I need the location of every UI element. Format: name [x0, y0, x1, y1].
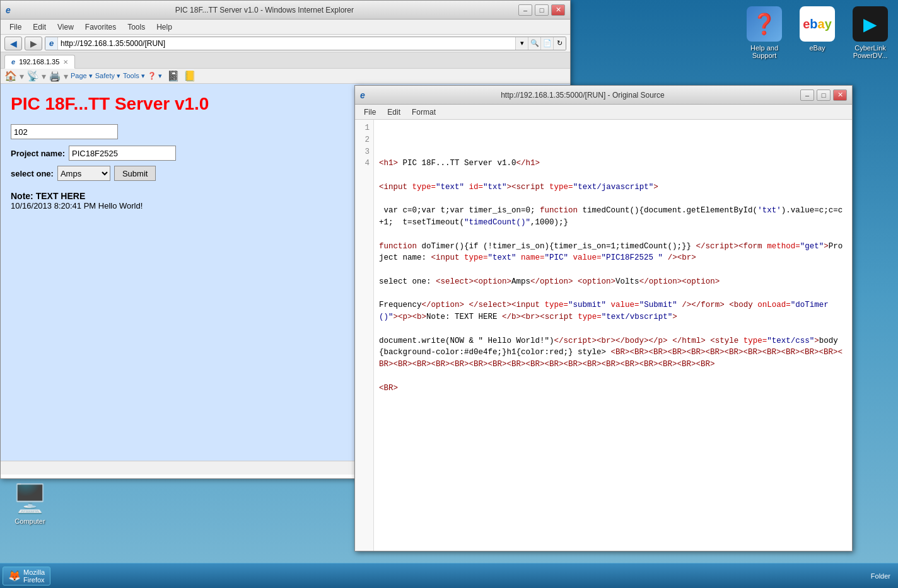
search-dropdown-btn[interactable]: ▾ [515, 37, 528, 50]
code-l4-selecttag: <select> [436, 277, 474, 286]
browser-menu-favorites[interactable]: Favorites [80, 21, 121, 33]
print-dropdown-icon[interactable]: ▾ [64, 71, 68, 81]
code-l4-sp4 [668, 337, 673, 345]
project-label: Project name: [11, 149, 65, 158]
forward-button[interactable]: ▶ [25, 37, 42, 50]
code-l4-methodval: "get" [800, 242, 824, 251]
address-input[interactable] [58, 37, 515, 50]
select-dropdown[interactable]: Amps Volts Frequency [57, 166, 110, 181]
code-line-3-input: <input [379, 183, 412, 192]
code-l4-stytype: type= [743, 337, 767, 345]
browser-toolbar: ◀ ▶ e ▾ 🔍 📄 ↻ [1, 35, 570, 52]
code-l3-sclose: > [653, 183, 658, 192]
help-icon-label: Help andSupport [750, 44, 778, 59]
source-code[interactable]: <h1> PIC 18F...TT Server v1.0</h1> <inpu… [374, 120, 852, 551]
browser-minimize-btn[interactable]: – [518, 4, 532, 16]
source-title: http://192.168.1.35:5000/[RUN] - Origina… [368, 91, 798, 100]
source-menubar: File Edit Format [355, 105, 852, 120]
source-menu-edit[interactable]: Edit [382, 107, 405, 118]
help-support-icon[interactable]: ❓ Help andSupport [739, 3, 790, 59]
code-l4-vbtype: type= [578, 313, 602, 321]
code-l4-subend: /> [677, 301, 692, 309]
code-l3-id: id= [464, 183, 483, 192]
search-icon-btn[interactable]: 🔍 [528, 37, 540, 50]
code-l4-var: var c=0;var t;var timer_is_on=0; [379, 206, 540, 215]
fav-tools[interactable]: Tools ▾ [123, 72, 145, 80]
code-l4-docwrite: document.write(NOW & " Hello World!") [379, 337, 554, 345]
browser-menu-file[interactable]: File [4, 21, 26, 33]
source-menu-file[interactable]: File [359, 107, 381, 118]
taskbar: 🦊 MozillaFirefox Folder [0, 563, 898, 588]
home-icon[interactable]: 🏠 [4, 70, 17, 82]
project-input[interactable] [69, 146, 176, 161]
source-close-btn[interactable]: ✕ [833, 89, 847, 101]
code-l4-sp2 [464, 301, 469, 309]
code-l4-subtypeval: "submit" [568, 301, 606, 309]
fav-dropdown-icon[interactable]: ▾ [20, 71, 24, 81]
fav-safety[interactable]: Safety ▾ [95, 72, 120, 80]
refresh-btn[interactable]: ↻ [553, 37, 566, 50]
browser-maximize-btn[interactable]: □ [535, 4, 549, 16]
code-l4-inpvalval: "PIC18F2525 " [602, 253, 663, 262]
code-l4-inptype: type= [464, 253, 488, 262]
code-l4-opt3c: </option> [422, 301, 465, 309]
print-icon[interactable]: 🖨️ [49, 70, 61, 82]
browser-title: PIC 18F...TT Server v1.0 - Windows Inter… [13, 6, 516, 14]
tab-ie-icon: e [11, 58, 15, 66]
code-l4-opt1: <option> [474, 277, 511, 286]
cyberlink-icon-label: CyberLinkPowerDV... [853, 44, 888, 59]
onenote-icon2[interactable]: 📒 [184, 70, 196, 82]
source-menu-format[interactable]: Format [407, 107, 441, 118]
code-l4-opt2: <option> [578, 277, 615, 286]
code-l4-inpend: /> [663, 253, 677, 262]
tab-active[interactable]: e 192.168.1.35 ✕ [4, 55, 75, 69]
code-l3-script: <script [511, 183, 549, 192]
cyberlink-icon[interactable]: ▶ CyberLinkPowerDV... [845, 3, 895, 59]
code-l4-subtype: type= [545, 301, 569, 309]
browser-menu-help[interactable]: Help [151, 21, 177, 33]
code-l3-stypeval: "text/javascript" [573, 183, 654, 192]
select-label: select one: [11, 169, 54, 178]
taskbar-firefox[interactable]: 🦊 MozillaFirefox [3, 567, 50, 585]
rss-dropdown-icon[interactable]: ▾ [42, 71, 46, 81]
code-l4-submit: <input [511, 301, 545, 309]
source-minimize-btn[interactable]: – [800, 89, 814, 101]
browser-menu-edit[interactable]: Edit [28, 21, 51, 33]
compat-icon-btn[interactable]: 📄 [540, 37, 553, 50]
code-l4-vbtypeval: "text/vbscript" [602, 313, 673, 321]
fav-page[interactable]: Page ▾ [71, 72, 93, 80]
code-line-1 [379, 135, 384, 144]
browser-close-btn[interactable]: ✕ [551, 4, 565, 16]
code-l4-selclose: </select> [469, 301, 512, 309]
line-num-1: 1 [359, 122, 370, 134]
ebay-icon[interactable]: ebay eBay [792, 3, 843, 59]
back-button[interactable]: ◀ [4, 37, 22, 50]
counter-input[interactable] [11, 124, 118, 139]
taskbar-right: Folder [871, 572, 895, 580]
source-maximize-btn[interactable]: □ [817, 89, 831, 101]
code-l4-opt2c: </option> [639, 277, 682, 286]
code-l3-type: type= [412, 183, 436, 192]
address-ie-icon: e [45, 37, 58, 50]
taskbar-firefox-label: MozillaFirefox [23, 568, 45, 584]
code-l4-inpname: name= [516, 253, 545, 262]
code-l4-body: <body [729, 301, 757, 309]
rss-icon[interactable]: 📡 [26, 70, 39, 82]
code-l4-bclose: </b> [502, 313, 521, 321]
line-num-3: 3 [359, 146, 370, 158]
code-l4-volts: Volts [615, 277, 639, 286]
submit-button[interactable]: Submit [114, 166, 156, 181]
onenote-icon1[interactable]: 📓 [167, 70, 180, 82]
browser-menu-view[interactable]: View [52, 21, 79, 33]
tab-close-icon[interactable]: ✕ [63, 59, 68, 66]
line-num-2: 2 [359, 134, 370, 146]
browser-menu-tools[interactable]: Tools [122, 21, 150, 33]
code-l4-fn2: function [379, 242, 417, 251]
code-l4-style: <style [710, 337, 743, 345]
code-l4-bodyend: </body> [615, 337, 649, 345]
code-l4-notetxt: Note: TEXT HERE [426, 313, 502, 321]
computer-desktop-icon[interactable]: 🖥️ Computer [13, 482, 47, 525]
fav-help[interactable]: ❓ ▾ [148, 72, 162, 80]
code-l4-sp [573, 277, 578, 286]
code-line-2-tag-open: <h1> [379, 159, 398, 168]
